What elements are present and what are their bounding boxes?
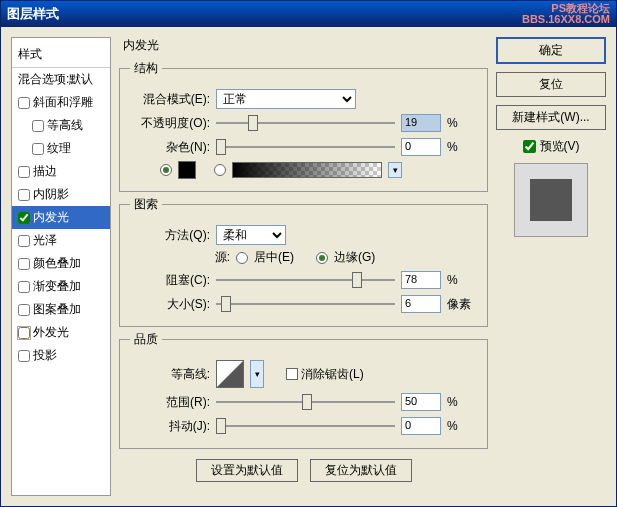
jitter-input[interactable]: 0 [401,417,441,435]
range-label: 范围(R): [130,394,210,411]
preview-thumbnail [514,163,588,237]
reset-default-button[interactable]: 复位为默认值 [310,459,412,482]
titlebar: 图层样式 PS教程论坛 BBS.16XX8.COM [1,1,616,27]
style-item-checkbox[interactable] [18,281,30,293]
style-item-checkbox[interactable] [18,327,30,339]
opacity-slider[interactable] [216,113,395,133]
style-item-8[interactable]: 渐变叠加 [12,275,110,298]
style-item-label: 描边 [33,163,57,180]
style-item-label: 外发光 [33,324,69,341]
noise-label: 杂色(N): [130,139,210,156]
style-item-4[interactable]: 内阴影 [12,183,110,206]
style-item-checkbox[interactable] [18,304,30,316]
ok-button[interactable]: 确定 [496,37,606,64]
style-item-label: 图案叠加 [33,301,81,318]
style-item-checkbox[interactable] [18,189,30,201]
range-slider[interactable] [216,392,395,412]
style-item-checkbox[interactable] [18,97,30,109]
choke-label: 阻塞(C): [130,272,210,289]
style-item-checkbox[interactable] [18,235,30,247]
style-item-0[interactable]: 斜面和浮雕 [12,91,110,114]
noise-input[interactable]: 0 [401,138,441,156]
preview-checkbox[interactable] [523,140,536,153]
structure-legend: 结构 [130,60,162,77]
source-label: 源: [130,249,230,266]
glow-color-swatch[interactable] [178,161,196,179]
style-item-6[interactable]: 光泽 [12,229,110,252]
source-center-radio[interactable] [236,252,248,264]
make-default-button[interactable]: 设置为默认值 [196,459,298,482]
style-item-label: 光泽 [33,232,57,249]
contour-picker[interactable] [216,360,244,388]
style-item-label: 斜面和浮雕 [33,94,93,111]
size-slider[interactable] [216,294,395,314]
gradient-dropdown-icon[interactable]: ▾ [388,162,402,178]
antialias-checkbox[interactable] [286,368,298,380]
style-item-11[interactable]: 投影 [12,344,110,367]
watermark: PS教程论坛 BBS.16XX8.COM [522,3,610,25]
settings-panel: 内发光 结构 混合模式(E): 正常 不透明度(O): 19 % 杂色(N): [119,37,488,496]
contour-dropdown-icon[interactable]: ▾ [250,360,264,388]
technique-label: 方法(Q): [130,227,210,244]
style-item-7[interactable]: 颜色叠加 [12,252,110,275]
blend-mode-select[interactable]: 正常 [216,89,356,109]
size-label: 大小(S): [130,296,210,313]
style-item-checkbox[interactable] [18,350,30,362]
style-item-label: 纹理 [47,140,71,157]
technique-select[interactable]: 柔和 [216,225,286,245]
blend-mode-label: 混合模式(E): [130,91,210,108]
contour-label: 等高线: [130,366,210,383]
style-item-2[interactable]: 纹理 [12,137,110,160]
style-item-checkbox[interactable] [18,166,30,178]
style-item-9[interactable]: 图案叠加 [12,298,110,321]
opacity-label: 不透明度(O): [130,115,210,132]
style-item-10[interactable]: 外发光 [12,321,110,344]
opacity-input[interactable]: 19 [401,114,441,132]
cancel-button[interactable]: 复位 [496,72,606,97]
style-item-checkbox[interactable] [32,120,44,132]
jitter-slider[interactable] [216,416,395,436]
dialog-buttons: 确定 复位 新建样式(W)... 预览(V) [496,37,606,496]
style-item-checkbox[interactable] [18,212,30,224]
blend-options-item[interactable]: 混合选项:默认 [12,68,110,91]
color-gradient-radio[interactable] [214,164,226,176]
quality-legend: 品质 [130,331,162,348]
style-item-label: 内阴影 [33,186,69,203]
source-edge-radio[interactable] [316,252,328,264]
styles-header: 样式 [12,42,110,68]
style-item-3[interactable]: 描边 [12,160,110,183]
style-item-1[interactable]: 等高线 [12,114,110,137]
style-item-label: 渐变叠加 [33,278,81,295]
style-item-label: 内发光 [33,209,69,226]
style-item-checkbox[interactable] [18,258,30,270]
glow-gradient[interactable] [232,162,382,178]
elements-legend: 图索 [130,196,162,213]
window-title: 图层样式 [7,5,59,23]
color-solid-radio[interactable] [160,164,172,176]
size-input[interactable]: 6 [401,295,441,313]
quality-group: 品质 等高线: ▾ 消除锯齿(L) 范围(R): 50 % [119,331,488,449]
style-item-5[interactable]: 内发光 [12,206,110,229]
choke-slider[interactable] [216,270,395,290]
noise-slider[interactable] [216,137,395,157]
jitter-label: 抖动(J): [130,418,210,435]
new-style-button[interactable]: 新建样式(W)... [496,105,606,130]
style-item-label: 等高线 [47,117,83,134]
elements-group: 图索 方法(Q): 柔和 源: 居中(E) 边缘(G) 阻塞(C): [119,196,488,327]
layer-style-dialog: 图层样式 PS教程论坛 BBS.16XX8.COM 样式 混合选项:默认 斜面和… [0,0,617,507]
styles-list: 样式 混合选项:默认 斜面和浮雕等高线纹理描边内阴影内发光光泽颜色叠加渐变叠加图… [11,37,111,496]
style-item-label: 颜色叠加 [33,255,81,272]
structure-group: 结构 混合模式(E): 正常 不透明度(O): 19 % 杂色(N): 0 [119,60,488,192]
effect-title: 内发光 [123,37,488,54]
style-item-checkbox[interactable] [32,143,44,155]
style-item-label: 投影 [33,347,57,364]
range-input[interactable]: 50 [401,393,441,411]
choke-input[interactable]: 78 [401,271,441,289]
